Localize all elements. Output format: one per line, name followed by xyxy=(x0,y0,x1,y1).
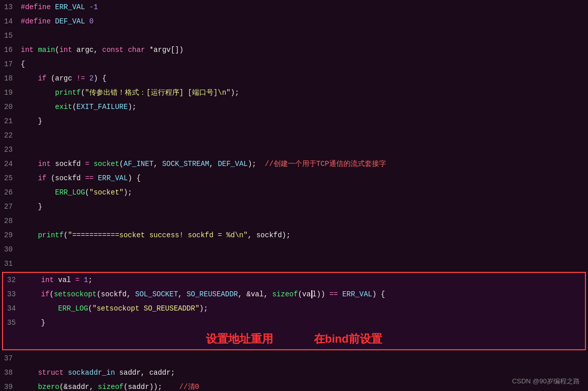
line-num-34: 34 xyxy=(3,301,24,316)
line-content-33: if(setsockopt(sockfd, SOL_SOCKET, SO_REU… xyxy=(24,287,585,301)
code-line-39: 39 bzero(&saddr, sizeof(saddr)); //清0 xyxy=(0,380,588,391)
code-line-30: 30 xyxy=(0,242,588,257)
line-content-24: int sockfd = socket(AF_INET, SOCK_STREAM… xyxy=(21,157,588,171)
line-num-35: 35 xyxy=(3,316,24,330)
line-num-23: 23 xyxy=(0,143,21,157)
code-line-24: 24 int sockfd = socket(AF_INET, SOCK_STR… xyxy=(0,157,588,171)
line-num-32: 32 xyxy=(3,273,24,287)
code-container: 13 #define ERR_VAL -1 14 #define DEF_VAL… xyxy=(0,0,588,391)
line-num-14: 14 xyxy=(0,14,21,29)
code-line-37: 37 xyxy=(0,351,588,366)
line-num-22: 22 xyxy=(0,128,21,143)
line-num-24: 24 xyxy=(0,157,21,171)
code-line-34: 34 ERR_LOG("setsockopt SO_REUSEADDR"); xyxy=(3,301,585,316)
line-num-26: 26 xyxy=(0,185,21,200)
code-line-14: 14 #define DEF_VAL 0 xyxy=(0,14,588,29)
code-line-18: 18 if (argc != 2) { xyxy=(0,71,588,86)
line-num-27: 27 xyxy=(0,200,21,214)
line-content-14: #define DEF_VAL 0 xyxy=(21,14,588,29)
code-line-31: 31 xyxy=(0,257,588,271)
line-content-21: } xyxy=(21,114,588,128)
code-line-19: 19 printf("传参出错！格式：[运行程序] [端口号]\n"); xyxy=(0,86,588,100)
line-content-32: int val = 1; xyxy=(24,273,585,287)
line-num-19: 19 xyxy=(0,86,21,100)
line-content-16: int main(int argc, const char *argv[]) xyxy=(21,43,588,57)
code-line-17: 17 { xyxy=(0,57,588,71)
code-line-28: 28 xyxy=(0,214,588,228)
line-num-20: 20 xyxy=(0,100,21,114)
line-num-37: 37 xyxy=(0,351,21,366)
code-line-25: 25 if (sockfd == ERR_VAL) { xyxy=(0,171,588,185)
line-num-33: 33 xyxy=(3,287,24,301)
line-content-27: } xyxy=(21,200,588,214)
code-line-15: 15 xyxy=(0,29,588,43)
code-line-32: 32 int val = 1; xyxy=(3,273,585,287)
line-content-29: printf("===========socket success! sockf… xyxy=(21,228,588,242)
code-line-35: 35 } xyxy=(3,316,585,330)
line-content-39: bzero(&saddr, sizeof(saddr)); //清0 xyxy=(21,380,588,391)
line-num-18: 18 xyxy=(0,71,21,86)
code-line-27: 27 } xyxy=(0,200,588,214)
line-num-31: 31 xyxy=(0,257,21,271)
code-line-21: 21 } xyxy=(0,114,588,128)
code-line-13: 13 #define ERR_VAL -1 xyxy=(0,0,588,14)
line-content-34: ERR_LOG("setsockopt SO_REUSEADDR"); xyxy=(24,301,585,316)
line-content-25: if (sockfd == ERR_VAL) { xyxy=(21,171,588,185)
line-num-28: 28 xyxy=(0,214,21,228)
line-num-25: 25 xyxy=(0,171,21,185)
annotation-row: 设置地址重用 在bind前设置 xyxy=(3,330,585,349)
code-line-22: 22 xyxy=(0,128,588,143)
line-num-30: 30 xyxy=(0,242,21,257)
annotation-left: 设置地址重用 xyxy=(206,332,273,346)
line-num-21: 21 xyxy=(0,114,21,128)
line-content-20: exit(EXIT_FAILURE); xyxy=(21,100,588,114)
line-num-29: 29 xyxy=(0,228,21,242)
line-content-26: ERR_LOG("socket"); xyxy=(21,185,588,200)
line-num-17: 17 xyxy=(0,57,21,71)
highlight-box: 32 int val = 1; 33 if(setsockopt(sockfd,… xyxy=(2,272,586,350)
code-line-29: 29 printf("===========socket success! so… xyxy=(0,228,588,242)
line-num-39: 39 xyxy=(0,380,21,391)
line-num-13: 13 xyxy=(0,0,21,14)
line-content-19: printf("传参出错！格式：[运行程序] [端口号]\n"); xyxy=(21,86,588,100)
line-content-13: #define ERR_VAL -1 xyxy=(21,0,588,14)
line-content-38: struct sockaddr_in saddr, caddr; xyxy=(21,366,588,380)
code-line-33: 33 if(setsockopt(sockfd, SOL_SOCKET, SO_… xyxy=(3,287,585,301)
line-num-15: 15 xyxy=(0,29,21,43)
line-content-17: { xyxy=(21,57,588,71)
code-line-38: 38 struct sockaddr_in saddr, caddr; xyxy=(0,366,588,380)
annotation-right: 在bind前设置 xyxy=(314,332,382,346)
line-content-18: if (argc != 2) { xyxy=(21,71,588,86)
line-num-16: 16 xyxy=(0,43,21,57)
watermark: CSDN @90岁编程之路 xyxy=(512,377,580,386)
line-content-35: } xyxy=(24,316,585,330)
code-line-26: 26 ERR_LOG("socket"); xyxy=(0,185,588,200)
line-num-38: 38 xyxy=(0,366,21,380)
code-line-16: 16 int main(int argc, const char *argv[]… xyxy=(0,43,588,57)
code-line-23: 23 xyxy=(0,143,588,157)
code-line-20: 20 exit(EXIT_FAILURE); xyxy=(0,100,588,114)
